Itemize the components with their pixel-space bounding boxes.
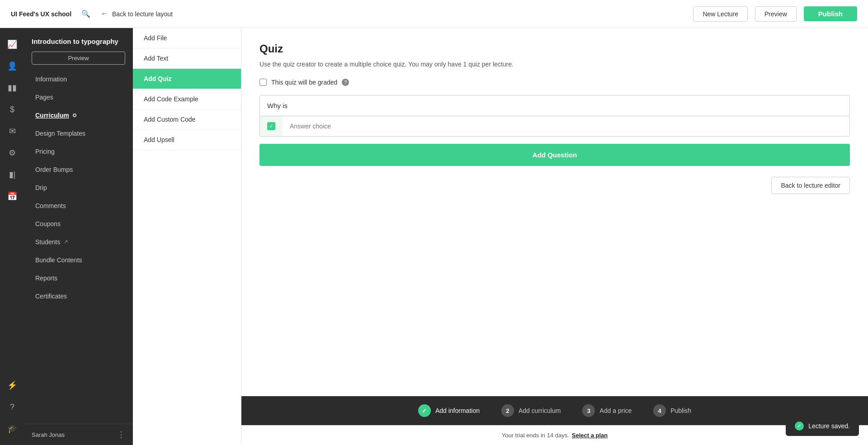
add-custom-code-item[interactable]: Add Custom Code (133, 109, 241, 130)
sidebar-item-pages-label: Pages (35, 94, 53, 101)
select-plan-link[interactable]: Select a plan (572, 432, 608, 439)
graded-row: This quiz will be graded ? (259, 79, 850, 86)
course-title: Introduction to typography (32, 37, 125, 46)
analytics-icon[interactable]: 📈 (3, 35, 21, 53)
dashboard-icon[interactable]: ▮▮ (3, 79, 21, 97)
quiz-subtitle: Use the quiz creator to create a multipl… (259, 61, 850, 68)
add-upsell-item[interactable]: Add Upsell (133, 130, 241, 150)
quiz-title: Quiz (259, 43, 850, 55)
main-layout: 📈 👤 ▮▮ $ ✉ ⚙ ▮| 📅 ⚡ ? 🎓 Introduction to … (0, 28, 868, 445)
add-question-button[interactable]: Add Question (259, 144, 850, 166)
back-to-editor-button[interactable]: Back to lecture editor (771, 177, 850, 194)
topbar: UI Feed's UX school 🔍 ← Back to lecture … (0, 0, 868, 28)
preview-button[interactable]: Preview (755, 6, 797, 22)
lightning-icon[interactable]: ⚡ (3, 376, 21, 394)
toast-label: Lecture saved. (808, 422, 850, 430)
graded-checkbox[interactable] (259, 79, 267, 86)
sidebar-item-students[interactable]: Students ↗ (24, 233, 132, 251)
help-icon[interactable]: ? (3, 398, 21, 416)
wizard-step-2-num: 2 (501, 404, 514, 417)
sidebar-item-bundle-label: Bundle Contents (35, 256, 82, 264)
content-panel: Add File Add Text Add Quiz Add Code Exam… (133, 28, 241, 445)
wizard-step-4[interactable]: 4 Publish (642, 400, 702, 421)
add-text-label: Add Text (144, 55, 168, 62)
trial-bar: Your trial ends in 14 days. Select a pla… (241, 425, 868, 445)
wizard-step-2[interactable]: 2 Add curriculum (491, 400, 571, 421)
add-quiz-item[interactable]: Add Quiz (133, 69, 241, 89)
add-file-item[interactable]: Add File (133, 28, 241, 48)
main-content: Quiz Use the quiz creator to create a mu… (241, 28, 868, 445)
back-arrow-icon: ← (100, 9, 108, 19)
sidebar-item-comments-label: Comments (35, 202, 66, 209)
user-section: Sarah Jonas ⋮ (24, 424, 132, 445)
sidebar-item-students-label: Students (35, 238, 60, 246)
toast: ✓ Lecture saved. (786, 416, 859, 436)
graduation-icon[interactable]: 🎓 (3, 420, 21, 438)
sidebar-item-drip[interactable]: Drip (24, 179, 132, 197)
sidebar-item-reports[interactable]: Reports (24, 269, 132, 287)
sidebar-item-curriculum[interactable]: Curriculum (24, 106, 132, 124)
sidebar-item-certificates[interactable]: Certificates (24, 287, 132, 305)
question-input[interactable] (259, 95, 850, 116)
add-text-item[interactable]: Add Text (133, 48, 241, 69)
sidebar-item-information-label: Information (35, 76, 67, 83)
sidebar-item-coupons[interactable]: Coupons (24, 215, 132, 233)
course-preview-button[interactable]: Preview (32, 52, 125, 65)
graded-help-icon[interactable]: ? (342, 79, 349, 86)
sidebar-item-bundle-contents[interactable]: Bundle Contents (24, 251, 132, 269)
quiz-area: Quiz Use the quiz creator to create a mu… (241, 28, 868, 396)
add-quiz-label: Add Quiz (144, 75, 171, 82)
sidebar-item-curriculum-label: Curriculum (35, 112, 69, 119)
search-icon[interactable]: 🔍 (79, 7, 93, 21)
new-lecture-button[interactable]: New Lecture (693, 6, 748, 22)
wizard-step-1[interactable]: 1 Add information (407, 400, 491, 421)
sidebar-item-comments[interactable]: Comments (24, 197, 132, 215)
back-label: Back to lecture layout (112, 10, 173, 18)
library-icon[interactable]: ▮| (3, 166, 21, 184)
sidebar-item-design-label: Design Templates (35, 130, 85, 137)
sidebar-item-certificates-label: Certificates (35, 293, 67, 300)
wizard-step-4-label: Publish (670, 407, 691, 414)
sidebar-item-pages[interactable]: Pages (24, 88, 132, 106)
sidebar-item-order-bumps-label: Order Bumps (35, 166, 73, 173)
add-file-label: Add File (144, 34, 167, 42)
settings-icon[interactable]: ⚙ (3, 144, 21, 162)
answer-checkbox-cell (260, 116, 283, 136)
sidebar-item-information[interactable]: Information (24, 70, 132, 88)
wizard-steps: 1 Add information 2 Add curriculum 3 Add… (407, 400, 702, 421)
sidebar-item-order-bumps[interactable]: Order Bumps (24, 161, 132, 179)
user-name: Sarah Jonas (32, 431, 65, 438)
sidebar-item-drip-label: Drip (35, 184, 47, 191)
app-title: UI Feed's UX school (11, 10, 71, 18)
answer-input[interactable] (283, 116, 849, 136)
sidebar-item-reports-label: Reports (35, 275, 57, 282)
wizard-step-1-num: 1 (418, 404, 431, 417)
course-title-section: Introduction to typography Preview (24, 28, 132, 70)
app-sidebar: 📈 👤 ▮▮ $ ✉ ⚙ ▮| 📅 ⚡ ? 🎓 (0, 28, 24, 445)
curriculum-badge (73, 114, 76, 117)
graded-label: This quiz will be graded (271, 79, 337, 86)
mail-icon[interactable]: ✉ (3, 122, 21, 140)
wizard-step-3-label: Add a price (599, 407, 632, 414)
wizard-step-3[interactable]: 3 Add a price (571, 400, 642, 421)
calendar-icon[interactable]: 📅 (3, 187, 21, 205)
course-sidebar: Introduction to typography Preview Infor… (24, 28, 133, 445)
add-code-example-item[interactable]: Add Code Example (133, 89, 241, 109)
wizard-step-4-num: 4 (653, 404, 666, 417)
back-to-layout-link[interactable]: ← Back to lecture layout (100, 9, 173, 19)
sidebar-item-pricing[interactable]: Pricing (24, 142, 132, 161)
add-custom-code-label: Add Custom Code (144, 116, 195, 123)
publish-button-top[interactable]: Publish (804, 6, 857, 21)
sidebar-item-design-templates[interactable]: Design Templates (24, 124, 132, 142)
answer-row (259, 116, 850, 137)
people-icon[interactable]: 👤 (3, 57, 21, 75)
user-menu-icon[interactable]: ⋮ (117, 430, 125, 440)
answer-correct-checkbox[interactable] (267, 122, 275, 130)
dollar-icon[interactable]: $ (3, 100, 21, 118)
sidebar-item-coupons-label: Coupons (35, 220, 61, 227)
add-code-label: Add Code Example (144, 95, 198, 103)
wizard-step-1-label: Add information (435, 407, 480, 414)
external-link-icon: ↗ (64, 239, 68, 245)
wizard-step-2-label: Add curriculum (519, 407, 561, 414)
wizard-bar: 1 Add information 2 Add curriculum 3 Add… (241, 396, 868, 425)
